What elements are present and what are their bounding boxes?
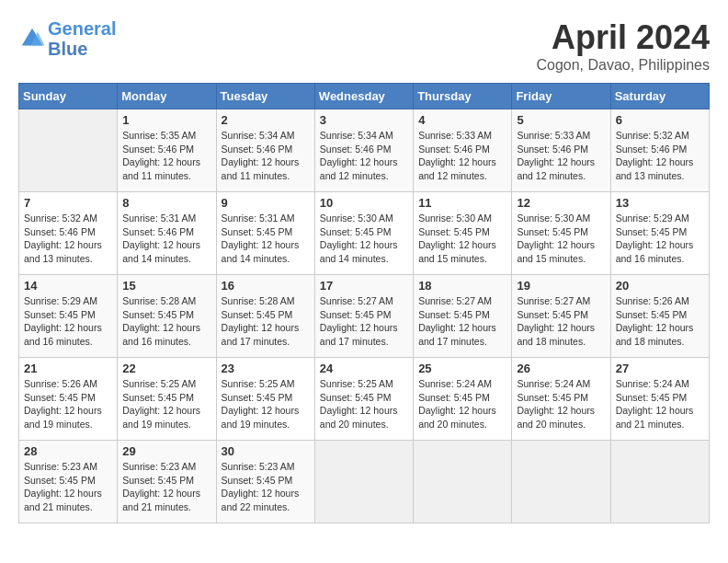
day-info: Sunrise: 5:35 AMSunset: 5:46 PMDaylight:… (122, 129, 210, 183)
weekday-header-sunday: Sunday (19, 84, 118, 109)
day-number: 15 (122, 279, 210, 293)
logo-text: General Blue (48, 18, 116, 59)
calendar-cell: 30 Sunrise: 5:23 AMSunset: 5:45 PMDaylig… (216, 441, 314, 523)
calendar-cell (314, 441, 413, 523)
calendar-cell: 20 Sunrise: 5:26 AMSunset: 5:45 PMDaylig… (610, 275, 709, 358)
day-info: Sunrise: 5:29 AMSunset: 5:45 PMDaylight:… (616, 212, 704, 266)
day-number: 6 (616, 113, 704, 127)
day-number: 14 (24, 279, 112, 293)
weekday-header-row: SundayMondayTuesdayWednesdayThursdayFrid… (19, 84, 710, 109)
day-info: Sunrise: 5:31 AMSunset: 5:46 PMDaylight:… (122, 212, 210, 266)
calendar-cell: 2 Sunrise: 5:34 AMSunset: 5:46 PMDayligh… (216, 109, 314, 192)
day-info: Sunrise: 5:26 AMSunset: 5:45 PMDaylight:… (24, 377, 112, 431)
title-block: April 2024 Cogon, Davao, Philippines (536, 18, 710, 74)
day-number: 13 (616, 196, 704, 210)
day-number: 24 (320, 362, 408, 375)
day-info: Sunrise: 5:28 AMSunset: 5:45 PMDaylight:… (122, 294, 210, 349)
day-info: Sunrise: 5:23 AMSunset: 5:45 PMDaylight:… (222, 460, 310, 514)
day-info: Sunrise: 5:23 AMSunset: 5:45 PMDaylight:… (24, 460, 112, 514)
page-header: General Blue April 2024 Cogon, Davao, Ph… (18, 18, 710, 74)
weekday-header-friday: Friday (512, 84, 610, 109)
day-info: Sunrise: 5:23 AMSunset: 5:45 PMDaylight:… (122, 460, 210, 514)
calendar-week-1: 1 Sunrise: 5:35 AMSunset: 5:46 PMDayligh… (19, 109, 710, 192)
day-number: 25 (418, 362, 506, 375)
calendar-cell: 8 Sunrise: 5:31 AMSunset: 5:46 PMDayligh… (118, 192, 216, 275)
day-info: Sunrise: 5:30 AMSunset: 5:45 PMDaylight:… (320, 212, 408, 266)
day-info: Sunrise: 5:27 AMSunset: 5:45 PMDaylight:… (418, 294, 506, 349)
calendar-cell: 25 Sunrise: 5:24 AMSunset: 5:45 PMDaylig… (414, 358, 512, 441)
calendar-cell: 7 Sunrise: 5:32 AMSunset: 5:46 PMDayligh… (19, 192, 118, 275)
calendar-week-2: 7 Sunrise: 5:32 AMSunset: 5:46 PMDayligh… (19, 192, 710, 275)
calendar-cell: 14 Sunrise: 5:29 AMSunset: 5:45 PMDaylig… (19, 275, 118, 358)
weekday-header-wednesday: Wednesday (314, 84, 413, 109)
calendar-week-3: 14 Sunrise: 5:29 AMSunset: 5:45 PMDaylig… (19, 275, 710, 358)
calendar-cell (512, 441, 610, 523)
logo: General Blue (18, 18, 116, 59)
day-info: Sunrise: 5:25 AMSunset: 5:45 PMDaylight:… (122, 377, 210, 431)
calendar-cell: 13 Sunrise: 5:29 AMSunset: 5:45 PMDaylig… (610, 192, 709, 275)
day-number: 11 (418, 196, 506, 210)
day-info: Sunrise: 5:33 AMSunset: 5:46 PMDaylight:… (517, 129, 605, 183)
day-info: Sunrise: 5:27 AMSunset: 5:45 PMDaylight:… (320, 294, 408, 349)
calendar-week-4: 21 Sunrise: 5:26 AMSunset: 5:45 PMDaylig… (19, 358, 710, 441)
weekday-header-thursday: Thursday (414, 84, 512, 109)
calendar-cell: 22 Sunrise: 5:25 AMSunset: 5:45 PMDaylig… (118, 358, 216, 441)
calendar-cell (610, 441, 709, 523)
day-number: 30 (222, 444, 310, 458)
day-info: Sunrise: 5:27 AMSunset: 5:45 PMDaylight:… (517, 294, 605, 349)
calendar-cell: 9 Sunrise: 5:31 AMSunset: 5:45 PMDayligh… (216, 192, 314, 275)
calendar-cell: 19 Sunrise: 5:27 AMSunset: 5:45 PMDaylig… (512, 275, 610, 358)
calendar-cell: 28 Sunrise: 5:23 AMSunset: 5:45 PMDaylig… (19, 441, 118, 523)
day-info: Sunrise: 5:28 AMSunset: 5:45 PMDaylight:… (222, 294, 310, 349)
day-info: Sunrise: 5:30 AMSunset: 5:45 PMDaylight:… (418, 212, 506, 266)
calendar-cell: 10 Sunrise: 5:30 AMSunset: 5:45 PMDaylig… (314, 192, 413, 275)
calendar-cell: 5 Sunrise: 5:33 AMSunset: 5:46 PMDayligh… (512, 109, 610, 192)
weekday-header-tuesday: Tuesday (216, 84, 314, 109)
location-title: Cogon, Davao, Philippines (536, 57, 710, 74)
weekday-header-saturday: Saturday (610, 84, 709, 109)
calendar-cell: 26 Sunrise: 5:24 AMSunset: 5:45 PMDaylig… (512, 358, 610, 441)
day-info: Sunrise: 5:24 AMSunset: 5:45 PMDaylight:… (517, 377, 605, 431)
logo-icon (18, 25, 46, 52)
day-number: 2 (222, 113, 310, 127)
calendar-cell: 3 Sunrise: 5:34 AMSunset: 5:46 PMDayligh… (314, 109, 413, 192)
day-number: 17 (320, 279, 408, 293)
day-number: 9 (222, 196, 310, 210)
day-number: 1 (122, 113, 210, 127)
day-number: 18 (418, 279, 506, 293)
calendar-cell (19, 109, 118, 192)
weekday-header-monday: Monday (118, 84, 216, 109)
calendar-table: SundayMondayTuesdayWednesdayThursdayFrid… (18, 83, 710, 523)
day-number: 12 (517, 196, 605, 210)
day-number: 16 (222, 279, 310, 293)
day-info: Sunrise: 5:34 AMSunset: 5:46 PMDaylight:… (320, 129, 408, 183)
calendar-cell: 27 Sunrise: 5:24 AMSunset: 5:45 PMDaylig… (610, 358, 709, 441)
calendar-cell: 23 Sunrise: 5:25 AMSunset: 5:45 PMDaylig… (216, 358, 314, 441)
calendar-cell: 17 Sunrise: 5:27 AMSunset: 5:45 PMDaylig… (314, 275, 413, 358)
calendar-week-5: 28 Sunrise: 5:23 AMSunset: 5:45 PMDaylig… (19, 441, 710, 523)
calendar-cell: 16 Sunrise: 5:28 AMSunset: 5:45 PMDaylig… (216, 275, 314, 358)
day-number: 27 (616, 362, 704, 375)
calendar-cell: 18 Sunrise: 5:27 AMSunset: 5:45 PMDaylig… (414, 275, 512, 358)
day-number: 7 (24, 196, 112, 210)
calendar-cell: 15 Sunrise: 5:28 AMSunset: 5:45 PMDaylig… (118, 275, 216, 358)
calendar-cell: 21 Sunrise: 5:26 AMSunset: 5:45 PMDaylig… (19, 358, 118, 441)
calendar-cell: 11 Sunrise: 5:30 AMSunset: 5:45 PMDaylig… (414, 192, 512, 275)
day-number: 26 (517, 362, 605, 375)
day-number: 4 (418, 113, 506, 127)
calendar-cell: 24 Sunrise: 5:25 AMSunset: 5:45 PMDaylig… (314, 358, 413, 441)
day-number: 19 (517, 279, 605, 293)
day-info: Sunrise: 5:24 AMSunset: 5:45 PMDaylight:… (418, 377, 506, 431)
day-info: Sunrise: 5:30 AMSunset: 5:45 PMDaylight:… (517, 212, 605, 266)
calendar-cell: 29 Sunrise: 5:23 AMSunset: 5:45 PMDaylig… (118, 441, 216, 523)
calendar-cell (414, 441, 512, 523)
day-number: 3 (320, 113, 408, 127)
day-info: Sunrise: 5:32 AMSunset: 5:46 PMDaylight:… (616, 129, 704, 183)
calendar-cell: 4 Sunrise: 5:33 AMSunset: 5:46 PMDayligh… (414, 109, 512, 192)
day-number: 10 (320, 196, 408, 210)
day-info: Sunrise: 5:25 AMSunset: 5:45 PMDaylight:… (320, 377, 408, 431)
day-number: 20 (616, 279, 704, 293)
day-number: 28 (24, 444, 112, 458)
calendar-cell: 1 Sunrise: 5:35 AMSunset: 5:46 PMDayligh… (118, 109, 216, 192)
day-info: Sunrise: 5:32 AMSunset: 5:46 PMDaylight:… (24, 212, 112, 266)
